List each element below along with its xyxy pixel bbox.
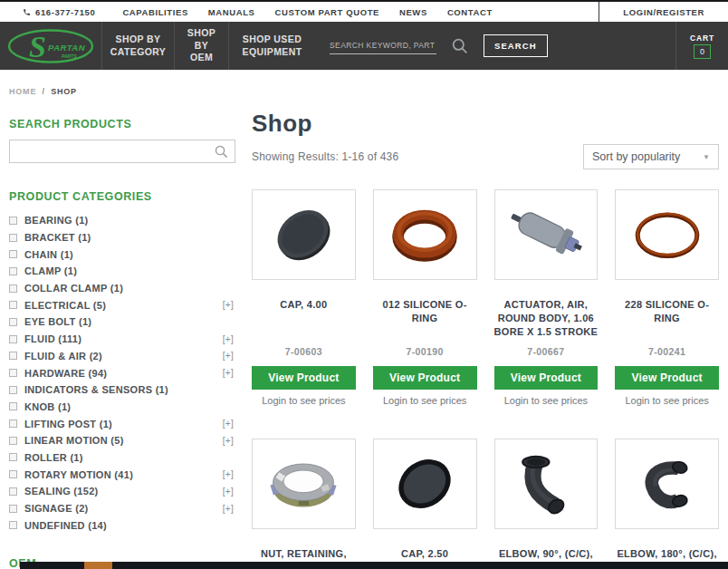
category-expand-toggle[interactable]: [+] — [223, 419, 235, 429]
category-item[interactable]: ELECTRICAL (5)[+] — [9, 296, 235, 313]
category-label: KNOB (1) — [24, 401, 71, 412]
category-checkbox[interactable] — [9, 420, 17, 428]
category-expand-toggle[interactable]: [+] — [223, 487, 235, 497]
category-item[interactable]: BEARING (1) — [9, 212, 235, 229]
category-expand-toggle[interactable]: [+] — [223, 334, 235, 344]
product-image[interactable] — [615, 189, 719, 280]
category-checkbox[interactable] — [9, 505, 17, 513]
category-item[interactable]: BRACKET (1) — [9, 229, 235, 246]
product-image[interactable] — [615, 439, 719, 529]
svg-text:PARTAN: PARTAN — [48, 43, 86, 53]
product-card: ELBOW, 90°, (C/C), 2.50View ProductLogin… — [494, 439, 599, 569]
category-expand-toggle[interactable]: [+] — [223, 469, 235, 479]
main-panel: Shop Showing Results: 1-16 of 436 Sort b… — [235, 96, 719, 569]
breadcrumb-home[interactable]: HOME — [9, 87, 36, 96]
category-item[interactable]: KNOB (1) — [9, 399, 235, 416]
category-checkbox[interactable] — [9, 470, 17, 478]
category-checkbox[interactable] — [9, 267, 17, 275]
login-to-see-prices-note: Login to see prices — [494, 395, 599, 406]
header-nav-shop-by-category[interactable]: SHOP BY CATEGORY — [101, 22, 174, 70]
category-item[interactable]: COLLAR CLAMP (1) — [9, 280, 235, 297]
view-product-button[interactable]: View Product — [373, 366, 477, 390]
header-nav-shop-by-oem[interactable]: SHOP BY OEM — [174, 22, 228, 70]
category-item[interactable]: ROTARY MOTION (41)[+] — [9, 466, 235, 483]
results-row: Showing Results: 1-16 of 436 Sort by pop… — [252, 144, 719, 169]
category-checkbox[interactable] — [9, 250, 17, 258]
view-product-button[interactable]: View Product — [494, 366, 599, 390]
category-checkbox[interactable] — [9, 386, 17, 394]
category-expand-toggle[interactable]: [+] — [223, 504, 235, 514]
category-item[interactable]: EYE BOLT (1) — [9, 313, 235, 331]
category-item[interactable]: INDICATORS & SENSORS (1) — [9, 381, 235, 399]
category-checkbox[interactable] — [9, 318, 17, 326]
phone-link[interactable]: 616-377-7150 — [23, 7, 95, 17]
product-title[interactable]: CAP, 4.00 — [252, 298, 356, 341]
search-icon[interactable] — [451, 37, 469, 55]
category-label: CHAIN (1) — [24, 249, 73, 260]
nav-capabilities[interactable]: CAPABILITIES — [122, 7, 187, 17]
nav-contact[interactable]: CONTACT — [447, 7, 493, 17]
category-list: BEARING (1)BRACKET (1)CHAIN (1)CLAMP (1)… — [9, 212, 235, 534]
category-item[interactable]: ROLLER (1) — [9, 449, 235, 467]
product-image[interactable] — [494, 189, 599, 280]
category-item[interactable]: SIGNAGE (2)[+] — [9, 500, 235, 517]
category-label: BRACKET (1) — [24, 232, 91, 243]
product-image[interactable] — [373, 189, 477, 280]
category-checkbox[interactable] — [9, 234, 17, 242]
category-checkbox[interactable] — [9, 352, 17, 360]
category-expand-toggle[interactable]: [+] — [223, 436, 235, 446]
category-item[interactable]: HARDWARE (94)[+] — [9, 364, 235, 381]
category-expand-toggle[interactable]: [+] — [223, 368, 235, 378]
category-checkbox[interactable] — [9, 487, 17, 496]
category-label: ELECTRICAL (5) — [24, 300, 106, 311]
sidebar-search-input[interactable] — [9, 140, 235, 163]
spartan-logo[interactable]: S PARTAN PARTS — [0, 22, 101, 70]
category-item[interactable]: CLAMP (1) — [9, 263, 235, 280]
svg-text:PARTS: PARTS — [62, 53, 77, 59]
header-search-input[interactable] — [330, 37, 436, 54]
header-nav-shop-used-equipment[interactable]: SHOP USED EQUIPMENT — [228, 22, 315, 70]
cap-rim-product-render — [387, 446, 463, 522]
sort-dropdown[interactable]: Sort by popularity ▼ — [583, 144, 719, 169]
nav-manuals[interactable]: MANUALS — [208, 7, 255, 17]
product-image[interactable] — [373, 439, 477, 529]
product-title[interactable]: 012 SILICONE O-RING — [373, 298, 477, 341]
category-checkbox[interactable] — [9, 335, 17, 343]
category-expand-toggle[interactable]: [+] — [223, 351, 235, 361]
product-image[interactable] — [494, 439, 599, 529]
nav-custom-part-quote[interactable]: CUSTOM PART QUOTE — [275, 7, 379, 17]
category-item[interactable]: FLUID & AIR (2)[+] — [9, 348, 235, 365]
category-item[interactable]: UNDEFINED (14) — [9, 516, 235, 534]
cart-button[interactable]: CART 0 — [675, 22, 728, 70]
category-checkbox[interactable] — [9, 369, 17, 377]
product-title[interactable]: 228 SILICONE O-RING — [615, 298, 719, 341]
search-button[interactable]: SEARCH — [484, 34, 548, 57]
category-checkbox[interactable] — [9, 217, 17, 225]
category-label: HARDWARE (94) — [24, 368, 107, 379]
category-item[interactable]: LIFTING POST (1)[+] — [9, 415, 235, 432]
sidebar-search-icon[interactable] — [214, 144, 229, 163]
category-expand-toggle[interactable]: [+] — [223, 300, 235, 310]
category-checkbox[interactable] — [9, 284, 17, 293]
login-to-see-prices-note: Login to see prices — [615, 395, 719, 406]
product-title[interactable]: ACTUATOR, AIR, ROUND BODY, 1.06 BORE X 1… — [494, 298, 599, 341]
product-image[interactable] — [252, 439, 356, 529]
category-item[interactable]: FLUID (111)[+] — [9, 331, 235, 348]
category-item[interactable]: LINEAR MOTION (5)[+] — [9, 432, 235, 449]
nav-news[interactable]: NEWS — [399, 7, 427, 17]
category-item[interactable]: CHAIN (1) — [9, 246, 235, 263]
category-checkbox[interactable] — [9, 402, 17, 410]
cart-count-badge: 0 — [694, 44, 711, 59]
category-item[interactable]: SEALING (152)[+] — [9, 483, 235, 500]
category-checkbox[interactable] — [9, 301, 17, 309]
product-image[interactable] — [252, 189, 356, 280]
sidebar: SEARCH PRODUCTS PRODUCT CATEGORIES BEARI… — [9, 96, 235, 569]
view-product-button[interactable]: View Product — [252, 366, 356, 390]
category-checkbox[interactable] — [9, 521, 17, 529]
cart-label: CART — [690, 34, 714, 43]
category-checkbox[interactable] — [9, 437, 17, 445]
login-register-link[interactable]: LOGIN/REGISTER — [599, 2, 728, 22]
view-product-button[interactable]: View Product — [615, 366, 719, 390]
cap-product-render — [265, 197, 341, 273]
category-checkbox[interactable] — [9, 453, 17, 461]
